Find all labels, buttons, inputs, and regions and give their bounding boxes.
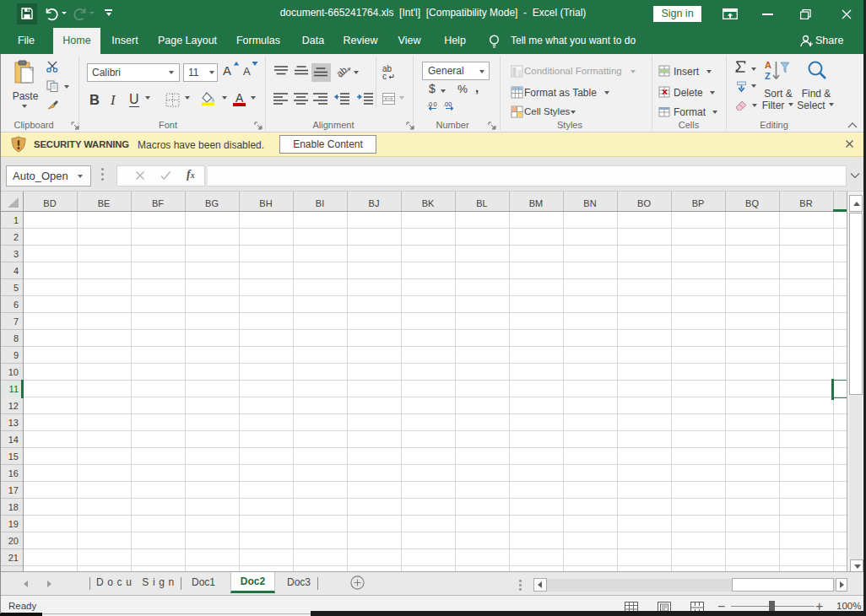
svg-text:0: 0 [434,100,437,108]
svg-text:A: A [765,60,771,70]
svg-text:c: c [382,72,387,80]
svg-text:.0: .0 [427,100,432,108]
svg-text:Z: Z [765,71,771,81]
svg-text:.00: .00 [443,100,452,108]
